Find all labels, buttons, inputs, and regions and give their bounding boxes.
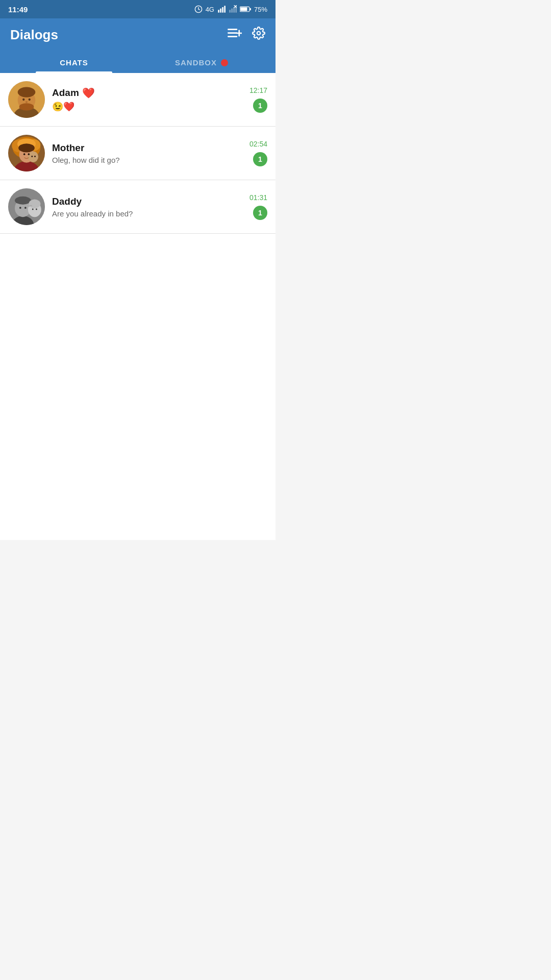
- svg-point-50: [29, 200, 40, 208]
- settings-button[interactable]: [252, 27, 265, 43]
- tab-chats[interactable]: CHATS: [10, 52, 138, 73]
- signal-x-icon: [229, 5, 237, 13]
- adam-name: Adam ❤️: [52, 87, 242, 99]
- adam-badge: 1: [253, 99, 267, 113]
- svg-point-54: [36, 209, 37, 210]
- svg-rect-14: [228, 29, 237, 30]
- svg-point-41: [28, 153, 30, 155]
- new-chat-button[interactable]: [228, 28, 242, 42]
- svg-rect-1: [218, 10, 219, 12]
- svg-point-19: [257, 32, 261, 35]
- mother-badge: 1: [253, 152, 267, 166]
- svg-point-53: [32, 209, 34, 210]
- daddy-meta: 01:31 1: [249, 193, 267, 220]
- svg-rect-2: [220, 9, 221, 13]
- header-actions: [228, 27, 265, 43]
- avatar-adam: [8, 81, 45, 118]
- adam-chat-content: Adam ❤️ 😉❤️: [52, 87, 242, 112]
- empty-content-area: [0, 234, 276, 540]
- sandbox-notification-dot: [221, 59, 228, 66]
- mother-time: 02:54: [249, 140, 267, 148]
- daddy-badge: 1: [253, 206, 267, 220]
- daddy-preview: Are you already in bed?: [52, 209, 242, 218]
- status-icons: 4G 75%: [194, 5, 267, 13]
- header-top: Dialogs: [10, 27, 265, 52]
- svg-rect-5: [229, 10, 231, 12]
- status-time: 11:49: [8, 5, 28, 14]
- chat-item-daddy[interactable]: Daddy Are you already in bed? 01:31 1: [0, 180, 276, 234]
- svg-rect-4: [224, 6, 226, 12]
- chat-item-mother[interactable]: Mother Oleg, how did it go? 02:54 1: [0, 127, 276, 180]
- svg-rect-7: [233, 7, 235, 13]
- svg-rect-3: [222, 7, 223, 13]
- battery-label: 75%: [254, 6, 267, 13]
- signal-icon: [217, 5, 226, 13]
- daddy-name: Daddy: [52, 196, 242, 207]
- svg-rect-16: [228, 36, 237, 37]
- mother-preview: Oleg, how did it go?: [52, 156, 242, 164]
- chat-list: Adam ❤️ 😉❤️ 12:17 1: [0, 73, 276, 234]
- daddy-chat-content: Daddy Are you already in bed?: [52, 196, 242, 218]
- svg-rect-12: [250, 8, 251, 11]
- svg-point-43: [34, 156, 36, 157]
- clock-icon: [194, 5, 203, 13]
- avatar-daddy: [8, 188, 45, 225]
- header: Dialogs CHATS: [0, 18, 276, 73]
- svg-point-51: [19, 207, 21, 209]
- svg-point-38: [18, 143, 35, 152]
- svg-rect-13: [240, 7, 247, 11]
- svg-point-48: [15, 197, 31, 205]
- mother-name: Mother: [52, 142, 242, 154]
- adam-name-emoji: ❤️: [82, 87, 95, 99]
- adam-preview: 😉❤️: [52, 101, 242, 112]
- signal-label: 4G: [206, 6, 214, 13]
- mother-meta: 02:54 1: [249, 140, 267, 166]
- svg-point-52: [24, 207, 27, 209]
- svg-point-40: [23, 153, 26, 155]
- status-bar: 11:49 4G 75%: [0, 0, 276, 18]
- svg-rect-29: [8, 81, 45, 118]
- svg-point-42: [31, 156, 33, 157]
- tabs: CHATS SANDBOX: [10, 52, 265, 73]
- avatar-mother: [8, 135, 45, 172]
- page-title: Dialogs: [10, 27, 58, 43]
- svg-rect-6: [231, 9, 233, 13]
- adam-meta: 12:17 1: [249, 86, 267, 113]
- sandbox-tab-content: SANDBOX: [138, 58, 265, 67]
- mother-chat-content: Mother Oleg, how did it go?: [52, 142, 242, 164]
- adam-time: 12:17: [249, 86, 267, 94]
- svg-point-39: [28, 151, 38, 162]
- daddy-time: 01:31: [249, 193, 267, 202]
- chat-item-adam[interactable]: Adam ❤️ 😉❤️ 12:17 1: [0, 73, 276, 127]
- tab-sandbox[interactable]: SANDBOX: [138, 52, 265, 73]
- battery-icon: [240, 6, 251, 13]
